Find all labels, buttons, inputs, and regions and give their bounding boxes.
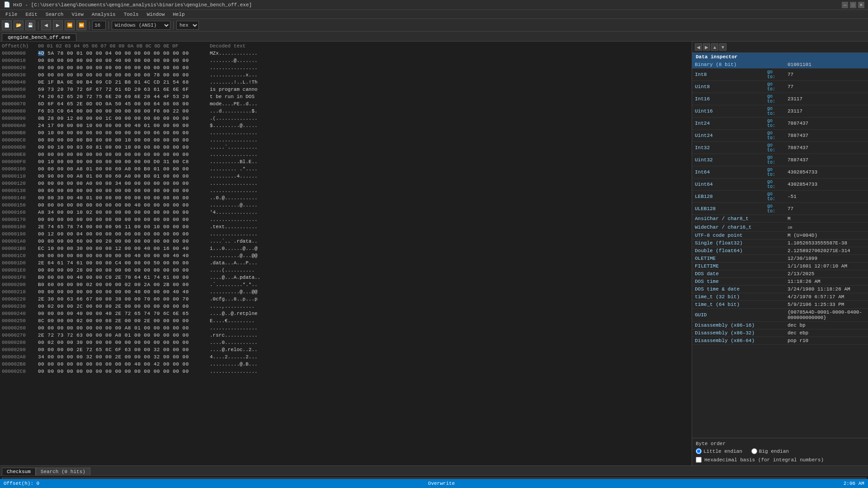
table-row[interactable]: 0000003000 00 00 00 00 00 00 00 00 00 00… — [2, 71, 690, 79]
hex-bytes-cell[interactable]: 0E 1F BA 0E 00 B4 09 CD 21 B8 01 4C CD 2… — [38, 79, 210, 86]
little-endian-radio[interactable] — [696, 448, 702, 454]
table-row[interactable]: 000000E000 00 00 00 00 00 00 00 00 00 00… — [2, 151, 690, 158]
toolbar-btn-2[interactable]: ◀ — [41, 20, 51, 30]
big-endian-radio[interactable] — [751, 448, 757, 454]
table-row[interactable]: 0000026000 00 00 00 00 00 00 00 00 A8 01… — [2, 324, 690, 332]
hex-bytes-cell[interactable]: 00 00 00 00 00 00 00 00 00 00 40 00 42 0… — [38, 361, 210, 368]
goto-link[interactable]: go to: — [767, 192, 775, 202]
big-endian-label[interactable]: Big endian — [751, 448, 789, 454]
inspector-row[interactable]: time_t (32 bit)4/2/1970 6:57:17 AM — [692, 293, 868, 301]
table-row[interactable]: 000000D000 00 10 00 03 60 81 00 00 10 00… — [2, 144, 690, 151]
goto-link[interactable]: go to: — [767, 118, 775, 128]
table-row[interactable]: 000002702E 72 73 72 63 00 00 00 A8 01 00… — [2, 332, 690, 339]
inspector-row[interactable]: AnsiChar / char8_tM — [692, 215, 868, 223]
hex-bytes-cell[interactable]: 2E 64 61 74 61 00 00 00 C4 00 00 00 50 0… — [38, 259, 210, 267]
inspector-goto[interactable]: go to: — [764, 69, 785, 81]
view-select[interactable]: hex — [176, 21, 199, 30]
hex-bytes-cell[interactable]: 00 00 00 00 00 00 00 00 00 00 40 00 00 0… — [38, 202, 210, 209]
inspector-goto[interactable]: go to: — [764, 166, 785, 178]
table-row[interactable]: 000002C000 00 00 00 00 00 00 00 00 00 00… — [2, 368, 690, 375]
inspector-row[interactable]: DOS time11:18:26 AM — [692, 278, 868, 286]
menu-window[interactable]: Window — [143, 11, 169, 18]
hex-bytes-cell[interactable]: 00 10 00 00 00 00 00 00 00 00 00 00 D0 3… — [38, 158, 210, 165]
hex-bytes-cell[interactable]: 8C 00 00 00 02 00 00 08 2E 00 00 2E 00 0… — [38, 317, 210, 324]
table-row[interactable]: 0000023000 02 00 00 2C 00 00 00 2E 00 00… — [2, 303, 690, 310]
inspector-row[interactable]: Int32go to:7887437 — [692, 142, 868, 154]
hex-bytes-cell[interactable]: 00 00 00 00 60 00 00 20 00 00 00 00 00 0… — [38, 238, 210, 245]
table-row[interactable]: 0000005069 73 20 70 72 6F 67 72 61 6D 20… — [2, 86, 690, 93]
hex-bytes-cell[interactable]: 74 20 62 65 20 72 75 6E 20 69 6E 20 44 4… — [38, 93, 210, 100]
inspector-goto[interactable]: go to: — [764, 142, 785, 154]
search-tab[interactable]: Search (0 hits) — [36, 468, 90, 475]
hex-bytes-cell[interactable]: 00 00 00 00 2E 72 65 6C 6F 63 00 00 32 0… — [38, 346, 210, 353]
inspector-goto[interactable]: go to: — [764, 154, 785, 166]
menu-analysis[interactable]: Analysis — [88, 11, 119, 18]
menu-tools[interactable]: Tools — [120, 11, 142, 18]
hex-bytes-cell[interactable]: 00 00 10 00 03 60 81 00 00 10 00 00 00 0… — [38, 144, 210, 151]
hex-bytes-cell[interactable]: 0B 28 00 12 00 00 00 1C 00 00 00 00 00 0… — [38, 115, 210, 122]
table-row[interactable]: 0000019000 12 00 00 04 00 00 00 00 00 00… — [2, 230, 690, 238]
table-row[interactable]: 0000029000 00 00 00 2E 72 65 6C 6F 63 00… — [2, 346, 690, 353]
hex-bytes-cell[interactable]: 6D 6F 64 65 2E 0D 0D 0A 50 45 00 00 64 8… — [38, 100, 210, 108]
inspector-row[interactable]: Binary (8 bit)01001101 — [692, 61, 868, 69]
minimize-button[interactable]: ─ — [842, 2, 848, 8]
file-tab[interactable]: qengine_bench_off.exe — [2, 33, 76, 41]
goto-link[interactable]: go to: — [767, 82, 775, 92]
hex-basis-checkbox[interactable] — [696, 457, 702, 463]
inspector-row[interactable]: Int64go to:4302854733 — [692, 166, 868, 178]
goto-link[interactable]: go to: — [767, 106, 775, 116]
goto-link[interactable]: go to: — [767, 143, 775, 153]
inspector-goto[interactable]: go to: — [764, 130, 785, 142]
nav-back-button[interactable]: ◀ — [695, 43, 702, 51]
table-row[interactable]: 0000017000 00 00 00 00 00 00 00 00 00 00… — [2, 216, 690, 223]
goto-link[interactable]: go to: — [767, 179, 775, 189]
hex-bytes-cell[interactable]: 00 00 00 00 00 00 00 00 00 00 00 00 00 0… — [38, 216, 210, 223]
inspector-row[interactable]: Disassembly (x86-32)dec ebp — [692, 329, 868, 337]
table-row[interactable]: 000000004D 5A 78 00 01 00 00 04 00 00 00… — [2, 50, 690, 57]
table-row[interactable]: 0000002000 00 00 00 00 00 00 00 00 00 00… — [2, 64, 690, 71]
table-row[interactable]: 000002A034 00 00 00 00 32 00 00 2E 00 00… — [2, 353, 690, 361]
hex-bytes-cell[interactable]: B0 00 00 00 40 00 00 C0 2E 70 64 61 74 6… — [38, 274, 210, 281]
inspector-row[interactable]: time_t (64 bit)5/9/2106 1:25:33 PM — [692, 301, 868, 309]
goto-link[interactable]: go to: — [767, 167, 775, 177]
hex-bytes-cell[interactable]: 2E 72 73 72 63 00 00 00 A8 01 00 00 90 0… — [38, 332, 210, 339]
inspector-row[interactable]: Uint32go to:7887437 — [692, 154, 868, 166]
hex-bytes-cell[interactable]: 00 00 00 00 00 00 00 00 00 00 40 00 00 0… — [38, 252, 210, 259]
hex-bytes-cell[interactable]: 24 17 00 00 00 10 00 00 00 00 40 01 00 0… — [38, 122, 210, 129]
encoding-select[interactable]: Windows (ANSI) — [112, 21, 170, 30]
hex-bytes-cell[interactable]: 00 00 00 00 28 00 00 00 00 00 00 00 00 0… — [38, 267, 210, 274]
table-row[interactable]: 000000706D 6F 64 65 2E 0D 0D 0A 50 45 00… — [2, 100, 690, 108]
hex-bytes-cell[interactable]: 00 00 00 00 00 B0 80 00 00 10 00 00 00 0… — [38, 136, 210, 144]
hex-bytes-cell[interactable]: 00 00 00 00 00 00 00 00 00 00 40 00 00 0… — [38, 288, 210, 296]
toolbar-btn-4[interactable]: ⏪ — [65, 20, 75, 30]
table-row[interactable]: 000000B000 10 00 00 00 06 00 00 00 00 00… — [2, 129, 690, 136]
inspector-row[interactable]: WideChar / char16_t㎝ — [692, 223, 868, 232]
table-row[interactable]: 000000C000 00 00 00 00 B0 80 00 00 10 00… — [2, 136, 690, 144]
table-row[interactable]: 0000012000 00 00 00 00 A0 00 00 34 00 00… — [2, 180, 690, 187]
hex-bytes-cell[interactable]: 00 00 00 00 00 00 00 00 00 00 00 00 00 0… — [38, 187, 210, 194]
hex-bytes-cell[interactable]: 34 00 00 00 00 32 00 00 2E 00 00 00 32 0… — [38, 353, 210, 361]
hex-bytes-cell[interactable]: 00 00 00 00 00 00 00 00 00 00 00 00 78 0… — [38, 71, 210, 79]
inspector-row[interactable]: Uint8go to:77 — [692, 81, 868, 93]
inspector-row[interactable]: Int16go to:23117 — [692, 93, 868, 105]
hex-bytes-cell[interactable]: 00 00 00 00 00 00 00 00 00 00 00 00 00 0… — [38, 368, 210, 375]
hex-bytes-cell[interactable]: 00 00 00 00 00 A0 00 00 34 00 00 00 00 0… — [38, 180, 210, 187]
table-row[interactable]: 000000900B 28 00 12 00 00 00 1C 00 00 00… — [2, 115, 690, 122]
table-row[interactable]: 0000006074 20 62 65 20 72 75 6E 20 69 6E… — [2, 93, 690, 100]
hex-bytes-cell[interactable]: 00 12 00 00 04 00 00 00 00 00 00 00 00 0… — [38, 230, 210, 238]
hex-bytes-cell[interactable]: A8 34 00 00 10 02 00 00 00 00 00 00 00 0… — [38, 209, 210, 216]
menu-search[interactable]: Search — [42, 11, 67, 18]
hex-bytes-cell[interactable]: 00 90 00 00 A8 01 00 00 60 A0 00 B0 01 0… — [38, 173, 210, 180]
inspector-goto[interactable]: go to: — [764, 191, 785, 203]
hex-bytes-cell[interactable]: EC 10 00 00 30 00 00 00 12 00 00 40 00 1… — [38, 245, 210, 252]
inspector-row[interactable]: Disassembly (x86-16)dec bp — [692, 322, 868, 329]
menu-view[interactable]: View — [68, 11, 87, 18]
inspector-goto[interactable]: go to: — [764, 81, 785, 93]
hex-bytes-cell[interactable]: 00 00 00 00 00 00 00 00 40 00 00 00 00 0… — [38, 57, 210, 64]
nav-up-button[interactable]: ▲ — [711, 43, 718, 51]
table-row[interactable]: 000002B000 00 00 00 00 00 00 00 00 00 40… — [2, 361, 690, 368]
table-row[interactable]: 0000024000 00 00 00 40 00 00 40 2E 72 65… — [2, 310, 690, 317]
table-row[interactable]: 0000010000 00 00 00 A8 01 00 00 60 A0 00… — [2, 165, 690, 173]
table-row[interactable]: 000001802E 74 65 78 74 00 00 00 96 11 00… — [2, 223, 690, 230]
table-row[interactable]: 0000021000 00 00 00 00 00 00 00 00 00 40… — [2, 288, 690, 296]
